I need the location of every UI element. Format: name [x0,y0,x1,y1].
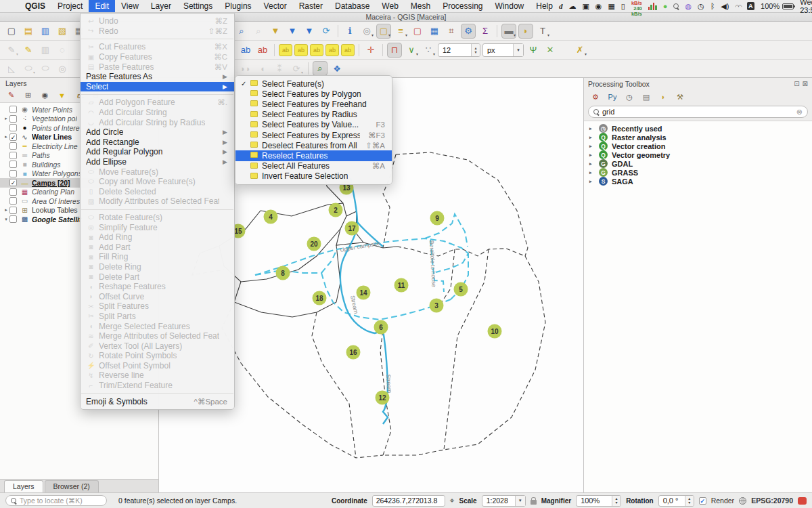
rotation-spin-arrows[interactable]: ▴▾ [685,496,694,506]
zoom-next-icon[interactable]: ⌕ [251,24,266,39]
edit-menu-item-offset-curve[interactable]: ◗Offset Curve [81,291,234,301]
edit-menu-item-delete-ring[interactable]: ◙Delete Ring [81,262,234,272]
edit-menu-item-redo[interactable]: ↪Redo⇧⌘Z [81,26,234,37]
clear-search-icon[interactable]: ⊗ [796,108,803,117]
select-submenu-item-select-features-by-freehand[interactable]: Select Features by Freehand [235,99,392,109]
browser-icon[interactable]: ◍ [685,0,692,13]
layer-labeling-icon[interactable]: ab [238,43,253,58]
move-feature-icon-dropdown[interactable]: ▾ [33,70,35,75]
advanced-digitizing-icon-dropdown[interactable]: ▾ [585,51,587,56]
search-input[interactable]: grid [602,108,793,116]
magnifier-spin-arrows[interactable]: ▴▾ [612,496,621,506]
edit-menu-item-paste-features-as[interactable]: Paste Features As▶ [81,72,234,82]
new-project-icon[interactable]: ▢ [4,24,19,39]
bookmark-edit-icon[interactable]: ▼ [302,24,317,39]
edit-menu-item-reverse-line[interactable]: ↯Reverse line [81,371,234,381]
intersection-icon[interactable]: ✕ [543,43,558,58]
offset-curve-icon[interactable]: ◗◗ [238,61,253,76]
coordinate-input[interactable]: 264236.7,272013.8 [372,495,445,507]
topology-icon[interactable]: Ψ [526,43,541,58]
zoom-selection-icon[interactable]: ⌕ [313,61,328,76]
camp-marker-17[interactable]: 17 [345,221,359,236]
select-submenu-item-reselect-features[interactable]: Reselect Features [235,150,392,161]
expand-arrow-icon[interactable]: ▾ [3,217,9,222]
edit-menu-item-paste-features[interactable]: ▤Paste Features⌘V [81,62,234,72]
edit-menu-item-delete-part[interactable]: ◙Delete Part [81,272,234,282]
edit-menu-item-fill-ring[interactable]: ◙Fill Ring [81,252,234,262]
edit-menu-item-rotate-point-symbols[interactable]: ↻Rotate Point Symbols [81,351,234,361]
camp-marker-16[interactable]: 16 [346,345,361,360]
open-project-icon[interactable]: ▤ [21,24,36,39]
expand-arrow-icon[interactable]: ▸ [589,135,595,140]
camp-marker-8[interactable]: 8 [276,266,290,280]
camp-marker-10[interactable]: 10 [488,324,502,339]
menubar-item-project[interactable]: Project [51,0,89,12]
python-icon[interactable]: Py [606,91,618,103]
camp-marker-2[interactable]: 2 [329,203,343,217]
keyboard-layout-icon[interactable]: A [747,2,755,10]
cloud-icon[interactable]: ☁ [568,0,576,13]
zoom-last-icon[interactable]: ⌕ [234,24,249,39]
edit-menu-item-add-circular-string-by-radius[interactable]: ◡Add Circular String by Radius [81,117,234,127]
layer-checkbox[interactable] [9,207,17,214]
current-edits-icon[interactable]: ✎▾ [4,43,19,58]
field-calculator-icon[interactable]: ⌗ [444,24,459,39]
menubar-item-raster[interactable]: Raster [293,0,329,12]
snap-mode-icon-dropdown[interactable]: ▾ [416,51,418,56]
layer-checkbox[interactable]: ✓ [9,179,17,186]
processing-colored-icon[interactable]: ❖ [330,61,344,76]
toolbox-group-saga[interactable]: ▸SSAGA [584,177,812,186]
highlight-labels-icon[interactable]: ab [294,44,308,56]
menubar-item-window[interactable]: Window [489,0,531,12]
edit-menu-item-trim-extend-feature[interactable]: ⌐Trim/Extend Feature [81,381,234,391]
processing-options-icon[interactable]: ⚙ [461,24,476,39]
wifi-icon[interactable]: ◠◠ [735,0,740,13]
menubar-item-web[interactable]: Web [376,0,404,12]
activity-bars-icon[interactable] [648,3,657,10]
offset-icon[interactable]: ◎ [55,61,70,76]
feature-action-icon-dropdown[interactable]: ▾ [371,33,374,37]
measure-icon[interactable]: ▬▾ [501,24,516,39]
edit-menu-item-select[interactable]: Select▶ [81,82,234,92]
snap-points-icon-dropdown[interactable]: ▾ [433,51,435,56]
refresh-icon[interactable]: ⟳ [319,24,334,39]
camp-marker-18[interactable]: 18 [313,291,327,305]
edit-menu-item-add-polygon-feature[interactable]: ▱Add Polygon Feature⌘. [81,98,234,108]
edit-menu-item-add-circular-string[interactable]: ◠Add Circular String [81,108,234,118]
select-submenu-item-select-features-by-radius[interactable]: Select Features by Radius [235,110,392,120]
digitize-icon[interactable]: ◌ [55,43,70,58]
expand-arrow-icon[interactable]: ▸ [589,144,595,149]
camp-marker-11[interactable]: 11 [394,278,409,293]
select-by-form-icon-dropdown[interactable]: ▾ [405,33,407,37]
snap-tolerance-spin[interactable]: 12▴▾ [438,43,480,57]
reshape-icon[interactable]: ◖ [255,61,270,76]
edit-menu-item-vertex-tool-all-layers[interactable]: ✐Vertex Tool (All Layers) [81,341,234,351]
advanced-digitizing-icon[interactable]: ✗▾ [572,43,587,58]
select-submenu-item-select-feature-s[interactable]: ✓Select Feature(s) [235,79,392,89]
copy-move-icon[interactable]: ⬭ [38,61,53,76]
text-annotation-icon-dropdown[interactable]: ▾ [547,33,549,37]
deselect-features-icon[interactable]: ▢ [410,24,425,39]
rotate-feature-icon-dropdown[interactable]: ▾ [301,70,303,75]
current-edits-icon-dropdown[interactable]: ▾ [16,51,18,56]
options-wrench-icon[interactable]: ⚒ [674,91,686,103]
camp-marker-9[interactable]: 9 [430,211,445,226]
layer-checkbox[interactable] [9,215,17,223]
edit-menu-item-reshape-features[interactable]: ◖Reshape Features [81,282,234,292]
time-machine-icon[interactable]: ◷ [698,0,704,13]
coordinate-tracking-icon[interactable]: ⌖ [450,496,455,505]
layer-styling-icon[interactable]: ✎ [5,89,17,101]
camp-marker-14[interactable]: 14 [357,286,371,300]
display-icon[interactable]: ▦ [608,0,614,13]
snap-units-combo[interactable]: px▾ [482,43,524,57]
select-submenu-item-deselect-features-from-all-layers[interactable]: Deselect Features from All Layers⇧⌘A [235,140,392,150]
edit-menu-item-split-parts[interactable]: ✂Split Parts [81,312,234,322]
tab-layers[interactable]: Layers [4,480,43,492]
text-annotation-icon[interactable]: T▾ [535,24,550,39]
battery-slim-icon[interactable]: ▯ [621,0,625,13]
layer-checkbox[interactable] [9,188,17,196]
messages-bubble-icon[interactable] [798,497,807,505]
identify-features-icon[interactable]: ℹ [342,24,357,39]
package-icon[interactable]: ▣ [582,0,589,13]
new-bookmark-icon[interactable]: ▼ [268,24,283,39]
